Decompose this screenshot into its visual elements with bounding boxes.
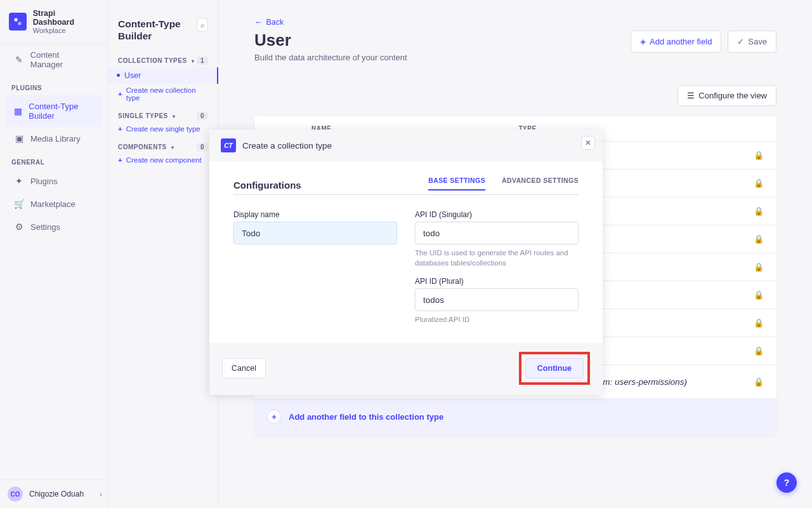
- tab-base-settings[interactable]: BASE SETTINGS: [428, 177, 485, 190]
- configurations-row: Configurations BASE SETTINGS ADVANCED SE…: [233, 177, 579, 195]
- puzzle-icon: ✦: [14, 176, 24, 186]
- list-icon: ☰: [687, 91, 695, 100]
- collection-types-count: 1: [197, 57, 208, 65]
- api-plural-hint: Pluralized API ID: [415, 315, 579, 325]
- brand-text: Strapi Dashboard Workplace: [33, 9, 98, 34]
- single-types-header[interactable]: SINGLE TYPES ▾ 0: [108, 104, 218, 123]
- main-sidebar: Strapi Dashboard Workplace ✎ Content Man…: [0, 0, 108, 508]
- nav-user-footer[interactable]: CO Chigozie Oduah ‹: [0, 479, 107, 508]
- collection-types-header[interactable]: COLLECTION TYPES ▾ 1: [108, 49, 218, 67]
- arrow-left-icon: ←: [254, 18, 263, 27]
- modal-body: Configurations BASE SETTINGS ADVANCED SE…: [209, 161, 603, 343]
- lock-icon: 🔒: [726, 262, 764, 272]
- help-fab[interactable]: ?: [776, 472, 797, 493]
- form-columns: Display name API ID (Singular) The UID i…: [233, 210, 579, 325]
- modal-title: Create a collection type: [242, 141, 332, 150]
- tab-advanced-settings[interactable]: ADVANCED SETTINGS: [502, 177, 579, 190]
- plus-icon: +: [118, 156, 122, 164]
- single-types-count: 0: [197, 112, 208, 120]
- nav-plugins-label: Plugins: [30, 177, 58, 186]
- modal-footer: Cancel Continue: [209, 343, 603, 395]
- modal-close-button[interactable]: ✕: [581, 136, 595, 150]
- question-icon: ?: [784, 478, 790, 488]
- nav-marketplace-label: Marketplace: [30, 199, 75, 209]
- display-name-label: Display name: [233, 210, 397, 219]
- nav-content-manager[interactable]: ✎ Content Manager: [5, 44, 102, 76]
- cart-icon: 🛒: [14, 199, 24, 209]
- api-plural-input[interactable]: [415, 288, 579, 311]
- nav-settings[interactable]: ⚙ Settings: [5, 215, 102, 238]
- lock-icon: 🔒: [726, 318, 764, 328]
- lock-icon: 🔒: [726, 377, 764, 387]
- modal-tabs: BASE SETTINGS ADVANCED SETTINGS: [428, 177, 579, 190]
- display-name-input[interactable]: [233, 222, 397, 244]
- cancel-button[interactable]: Cancel: [222, 358, 266, 378]
- search-button[interactable]: ⌕: [197, 18, 208, 32]
- continue-highlight-box: Continue: [519, 352, 590, 385]
- configurations-title: Configurations: [233, 180, 301, 190]
- plus-icon: +: [640, 36, 646, 47]
- close-icon: ✕: [585, 138, 591, 147]
- ctb-sidebar: Content-Type Builder ⌕ COLLECTION TYPES …: [108, 0, 219, 508]
- configure-row: ☰ Configure the view: [254, 85, 776, 106]
- caret-down-icon: ▾: [173, 114, 176, 119]
- plus-circle-icon: +: [267, 410, 281, 424]
- nav-general-header: GENERAL: [0, 150, 107, 170]
- col-left: Display name: [233, 210, 397, 325]
- nav-content-manager-label: Content Manager: [30, 50, 93, 69]
- page-desc: Build the data architecture of your cont…: [254, 53, 407, 62]
- ctb-sidebar-header: Content-Type Builder ⌕: [108, 0, 218, 49]
- image-icon: ▣: [14, 133, 24, 144]
- page-header: User Build the data architecture of your…: [254, 30, 776, 62]
- col-right: API ID (Singular) The UID is used to gen…: [415, 210, 579, 325]
- plus-icon: +: [118, 90, 122, 98]
- ctb-sidebar-title: Content-Type Builder: [118, 18, 197, 43]
- api-singular-label: API ID (Singular): [415, 210, 579, 219]
- caret-down-icon: ▾: [192, 58, 195, 64]
- nav-media-label: Media Library: [30, 134, 81, 144]
- collection-type-user-label: User: [124, 71, 141, 80]
- components-header[interactable]: COMPONENTS ▾ 0: [108, 135, 218, 154]
- lock-icon: 🔒: [726, 150, 764, 160]
- components-count: 0: [197, 143, 208, 151]
- avatar: CO: [8, 486, 23, 502]
- caret-down-icon: ▾: [171, 145, 174, 150]
- chevron-left-icon: ‹: [100, 490, 102, 498]
- pencil-icon: ✎: [14, 55, 24, 65]
- brand-block: Strapi Dashboard Workplace: [0, 0, 107, 44]
- api-plural-label: API ID (Plural): [415, 277, 579, 286]
- api-singular-hint: The UID is used to generate the API rout…: [415, 248, 579, 268]
- create-collection-type[interactable]: + Create new collection type: [108, 84, 218, 104]
- nav-plugins[interactable]: ✦ Plugins: [5, 170, 102, 192]
- back-link[interactable]: ← Back: [254, 18, 776, 27]
- search-icon: ⌕: [200, 21, 205, 29]
- plus-icon: +: [118, 125, 122, 133]
- collection-type-user[interactable]: User: [108, 67, 218, 84]
- configure-view-button[interactable]: ☰ Configure the view: [678, 85, 776, 106]
- gear-icon: ⚙: [14, 222, 24, 232]
- brand-title: Strapi Dashboard: [33, 9, 98, 27]
- check-icon: ✓: [737, 37, 744, 46]
- save-button[interactable]: ✓ Save: [728, 30, 776, 53]
- nav-ctb[interactable]: ▦ Content-Type Builder: [5, 95, 102, 127]
- lock-icon: 🔒: [726, 346, 764, 356]
- create-component[interactable]: + Create new component: [108, 154, 218, 166]
- create-collection-type-modal: CT Create a collection type ✕ Configurat…: [209, 130, 603, 395]
- nav-marketplace[interactable]: 🛒 Marketplace: [5, 192, 102, 215]
- continue-button[interactable]: Continue: [525, 358, 584, 378]
- layout-icon: ▦: [14, 106, 22, 116]
- svg-rect-1: [18, 22, 21, 25]
- nav-plugins-header: PLUGINS: [0, 76, 107, 95]
- svg-rect-0: [15, 18, 18, 22]
- api-singular-input[interactable]: [415, 222, 579, 244]
- lock-icon: 🔒: [726, 234, 764, 244]
- add-field-row[interactable]: + Add another field to this collection t…: [254, 398, 776, 435]
- ct-badge-icon: CT: [221, 138, 236, 152]
- create-single-type[interactable]: + Create new single type: [108, 123, 218, 135]
- brand-logo-icon: [9, 13, 27, 30]
- nav-media[interactable]: ▣ Media Library: [5, 127, 102, 150]
- page-title: User: [254, 30, 407, 50]
- add-another-field-button[interactable]: + Add another field: [631, 30, 721, 53]
- lock-icon: 🔒: [726, 290, 764, 300]
- footer-username: Chigozie Oduah: [29, 490, 84, 498]
